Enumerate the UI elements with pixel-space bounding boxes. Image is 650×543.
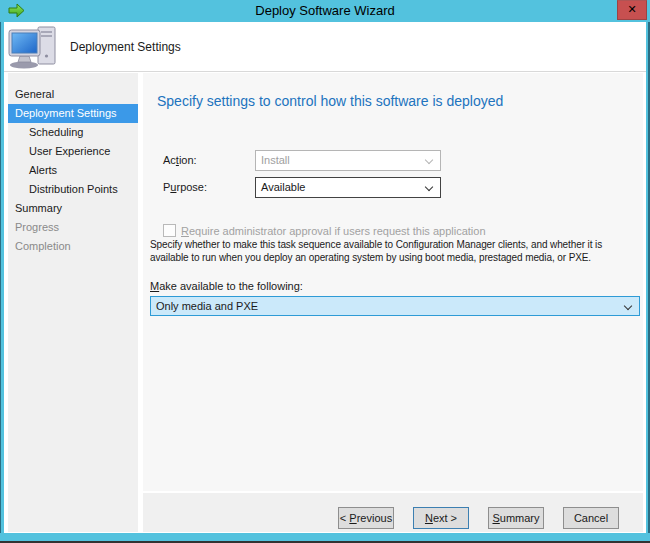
purpose-label: Purpose: [163, 177, 207, 198]
wizard-steps-sidebar: General Deployment Settings Scheduling U… [8, 73, 138, 532]
purpose-dropdown-value: Available [261, 181, 305, 193]
sidebar-item-summary[interactable]: Summary [8, 199, 138, 218]
window-frame-left [0, 22, 4, 543]
page-title: Specify settings to control how this sof… [157, 93, 503, 109]
sidebar-item-alerts[interactable]: Alerts [8, 161, 138, 180]
require-approval-label: Require administrator approval if users … [181, 224, 486, 238]
action-label: Action: [163, 150, 197, 171]
button-bar: < Previous Next > Summary Cancel [143, 493, 643, 532]
window-frame-right [646, 22, 650, 543]
close-button[interactable]: ✕ [617, 0, 647, 20]
previous-button[interactable]: < Previous [338, 507, 394, 529]
action-dropdown: Install [255, 150, 441, 171]
purpose-dropdown[interactable]: Available [255, 177, 441, 198]
header-title: Deployment Settings [70, 22, 181, 72]
sidebar-item-distribution-points[interactable]: Distribution Points [8, 180, 138, 199]
content-pane: Specify settings to control how this sof… [143, 73, 643, 491]
sidebar-item-completion: Completion [8, 237, 138, 256]
make-available-label: Make available to the following: [150, 280, 303, 292]
title-bar: Deploy Software Wizard ✕ [0, 0, 650, 22]
summary-button[interactable]: Summary [488, 507, 544, 529]
sidebar-item-progress: Progress [8, 218, 138, 237]
next-button[interactable]: Next > [413, 507, 469, 529]
chevron-down-icon [425, 183, 433, 191]
description-text: Specify whether to make this task sequen… [150, 239, 642, 264]
window-frame-bottom [0, 533, 650, 541]
sidebar-item-scheduling[interactable]: Scheduling [8, 123, 138, 142]
require-approval-checkbox [163, 224, 176, 237]
action-dropdown-value: Install [261, 154, 290, 166]
sidebar-item-general[interactable]: General [8, 85, 138, 104]
window-title: Deploy Software Wizard [0, 0, 650, 22]
sidebar-item-user-experience[interactable]: User Experience [8, 142, 138, 161]
computer-icon [8, 26, 58, 69]
close-icon: ✕ [627, 3, 636, 16]
sidebar-item-deployment-settings[interactable]: Deployment Settings [8, 104, 138, 123]
deploy-software-wizard-window: Deploy Software Wizard ✕ [0, 0, 650, 543]
wizard-header: Deployment Settings [4, 22, 646, 72]
make-available-dropdown-value: Only media and PXE [156, 300, 258, 312]
chevron-down-icon [425, 156, 433, 164]
chevron-down-icon [624, 302, 632, 310]
make-available-dropdown[interactable]: Only media and PXE [150, 296, 640, 316]
cancel-button[interactable]: Cancel [563, 507, 619, 529]
